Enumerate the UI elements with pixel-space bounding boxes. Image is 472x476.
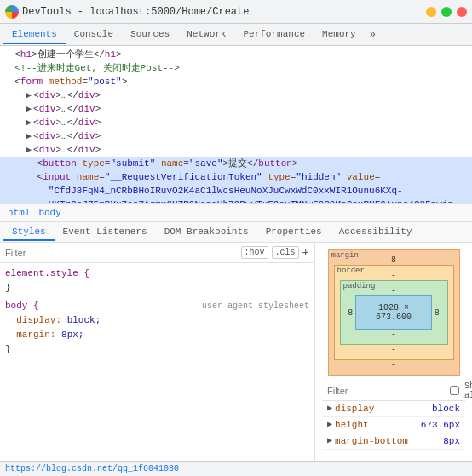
devtools-tab-bar: Elements Console Sources Network Perform…: [0, 24, 472, 46]
padding-label: padding: [343, 282, 376, 290]
code-panel: <h1>创建一个学生</h1> <!--进来时走Get, 关闭时走Post-->…: [0, 46, 472, 204]
tab-styles[interactable]: Styles: [3, 224, 55, 241]
code-line: ▶<div>…</div>: [0, 116, 472, 129]
add-style-button[interactable]: +: [302, 246, 309, 260]
breadcrumb-body[interactable]: body: [36, 208, 63, 218]
more-tabs-button[interactable]: »: [365, 26, 381, 44]
prop-value-display: block: [432, 402, 460, 416]
margin-bottom-value: -: [334, 360, 454, 370]
box-border: border - padding - 8 1028 × 673.600 8 -: [334, 265, 454, 360]
css-selector-body: body {: [5, 301, 39, 311]
computed-filter-input[interactable]: [327, 386, 445, 396]
window-title: DevTools - localhost:5000/Home/Create: [22, 6, 423, 18]
styles-area: :hov .cls + element.style { } body { use…: [0, 243, 472, 464]
box-content: 1028 × 673.600: [355, 295, 432, 330]
css-close-brace: }: [5, 283, 11, 293]
prop-value-height: 673.6px: [421, 418, 460, 432]
code-line-highlighted[interactable]: "CfdJ8FqN4_nCRbBHoIRuvO2K4aC1lWcsHeuNoXJ…: [0, 184, 472, 198]
side-left: 8: [346, 308, 355, 318]
tab-sources[interactable]: Sources: [122, 26, 178, 44]
computed-prop-display: ▶ display block: [322, 401, 465, 417]
filter-bar: :hov .cls +: [0, 243, 314, 263]
prop-name-height: height: [335, 418, 421, 432]
code-line: <!--进来时走Get, 关闭时走Post-->: [0, 61, 472, 75]
border-bottom-value: -: [340, 345, 448, 354]
code-line-highlighted[interactable]: UKTr2eJZ5mBYuZcsZAqmxGHZR9NszgUhZ9BwvTuF…: [0, 198, 472, 204]
close-button[interactable]: [457, 7, 467, 17]
box-model-area: margin 8 border - padding - 8 1028 × 673…: [315, 243, 472, 456]
content-sides: 8 1028 × 673.600 8: [346, 295, 442, 330]
code-line: <h1>创建一个学生</h1>: [0, 48, 472, 61]
box-margin: margin 8 border - padding - 8 1028 × 673…: [328, 249, 460, 376]
box-padding: padding - 8 1028 × 673.600 8 -: [340, 280, 448, 345]
code-line: ▶<div>…</div>: [0, 143, 472, 157]
border-label: border: [337, 267, 365, 275]
css-prop-display: display:: [16, 315, 61, 325]
panel-tabs: Styles Event Listeners DOM Breakpoints P…: [0, 222, 472, 243]
maximize-button[interactable]: [441, 7, 452, 17]
prop-name-margin-bottom: margin-bottom: [335, 434, 443, 448]
code-line-highlighted[interactable]: <input name="__RequestVerificationToken"…: [0, 170, 472, 184]
minimize-button[interactable]: [426, 7, 436, 17]
padding-bottom-value: -: [346, 330, 442, 339]
breadcrumb-html[interactable]: html: [5, 208, 32, 218]
tab-performance[interactable]: Performance: [234, 26, 314, 44]
code-line: ▶<div>…</div>: [0, 89, 472, 102]
margin-label: margin: [331, 251, 359, 260]
side-right: 8: [432, 308, 441, 318]
show-all-checkbox[interactable]: [450, 386, 459, 395]
css-prop-margin: margin:: [16, 330, 55, 340]
tab-accessibility[interactable]: Accessibility: [331, 224, 421, 241]
computed-prop-height: ▶ height 673.6px: [322, 417, 465, 433]
status-bar: https://blog.csdn.net/qq_1f6041080: [0, 461, 472, 476]
css-val-margin: 8px;: [61, 330, 83, 340]
code-line: ▶<div>…</div>: [0, 129, 472, 143]
code-line: ▶<div>…</div>: [0, 102, 472, 116]
css-rules-panel: element.style { } body { user agent styl…: [0, 263, 314, 364]
code-line-highlighted[interactable]: <button type="submit" name="save">提交</bu…: [0, 157, 472, 170]
styles-left-panel: :hov .cls + element.style { } body { use…: [0, 243, 315, 464]
status-url: https://blog.csdn.net/qq_1f6041080: [5, 464, 179, 473]
computed-filter-bar: Show all: [322, 381, 465, 401]
tab-properties[interactable]: Properties: [257, 224, 331, 241]
expand-icon3[interactable]: ▶: [327, 434, 332, 448]
hov-filter-button[interactable]: :hov: [241, 246, 268, 259]
css-comment: user agent stylesheet: [202, 299, 309, 313]
window-controls: [426, 7, 467, 17]
box-model: margin 8 border - padding - 8 1028 × 673…: [328, 249, 460, 376]
css-selector: element.style {: [5, 268, 89, 278]
breadcrumb: html body: [0, 204, 472, 222]
prop-name-display: display: [335, 402, 432, 416]
chrome-logo-icon: [5, 5, 19, 19]
tab-console[interactable]: Console: [66, 26, 122, 44]
expand-icon[interactable]: ▶: [327, 402, 332, 416]
css-rule-body: body { user agent stylesheet display: bl…: [5, 299, 309, 357]
tab-network[interactable]: Network: [178, 26, 234, 44]
css-rule-element-style: element.style { }: [5, 267, 309, 295]
cls-filter-button[interactable]: .cls: [272, 246, 299, 259]
tab-memory[interactable]: Memory: [314, 26, 365, 44]
tab-dom-breakpoints[interactable]: DOM Breakpoints: [156, 224, 257, 241]
code-line: <form method="post">: [0, 75, 472, 89]
computed-props-list: ▶ display block ▶ height 673.6px ▶ margi…: [322, 401, 465, 450]
tab-event-listeners[interactable]: Event Listeners: [55, 224, 156, 241]
show-all-label: Show all: [464, 381, 472, 400]
styles-right-panel: margin 8 border - padding - 8 1028 × 673…: [315, 243, 472, 464]
css-close-brace2: }: [5, 344, 11, 354]
tab-elements[interactable]: Elements: [3, 26, 66, 44]
computed-prop-margin-bottom: ▶ margin-bottom 8px: [322, 433, 465, 450]
css-val-display: block;: [67, 315, 101, 325]
filter-input[interactable]: [5, 248, 238, 258]
prop-value-margin-bottom: 8px: [443, 434, 460, 448]
expand-icon2[interactable]: ▶: [327, 418, 332, 432]
top-bar: DevTools - localhost:5000/Home/Create: [0, 0, 472, 24]
